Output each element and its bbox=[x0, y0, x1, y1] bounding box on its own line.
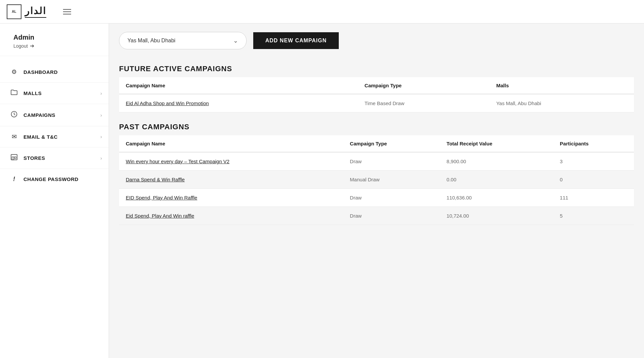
campaign-participants-cell: 0 bbox=[553, 171, 634, 189]
chevron-right-icon: › bbox=[100, 134, 102, 139]
campaign-receipt-cell: 8,900.00 bbox=[440, 152, 553, 171]
past-col-participants: Participants bbox=[553, 135, 634, 152]
table-row: Darna Spend & Win Raffle Manual Draw 0.0… bbox=[119, 171, 634, 189]
campaign-malls-cell: Yas Mall, Abu Dhabi bbox=[489, 94, 634, 113]
campaign-name-cell[interactable]: Eid Al Adha Shop and Win Promotion bbox=[119, 94, 358, 113]
future-col-type: Campaign Type bbox=[358, 77, 490, 94]
campaign-name-cell[interactable]: EID Spend, Play And Win Raffle bbox=[119, 189, 343, 207]
sidebar-item-stores[interactable]: STORES › bbox=[0, 149, 109, 167]
envelope-icon: ✉ bbox=[10, 133, 18, 140]
main-content: Yas Mall, Abu Dhabi ⌄ ADD NEW CAMPAIGN F… bbox=[109, 24, 644, 358]
chevron-right-icon: › bbox=[100, 91, 102, 96]
campaign-type-cell: Time Based Draw bbox=[358, 94, 490, 113]
store-icon bbox=[10, 154, 18, 162]
nav-divider bbox=[0, 82, 109, 83]
sidebar-item-change-password[interactable]: ! CHANGE PASSWORD bbox=[0, 170, 109, 188]
campaign-type-cell: Draw bbox=[343, 207, 440, 225]
hamburger-menu[interactable] bbox=[63, 9, 71, 14]
future-col-name: Campaign Name bbox=[119, 77, 358, 94]
campaign-receipt-cell: 10,724.00 bbox=[440, 207, 553, 225]
future-col-malls: Malls bbox=[489, 77, 634, 94]
table-row: Eid Al Adha Shop and Win Promotion Time … bbox=[119, 94, 634, 113]
campaign-name-cell[interactable]: Win every hour every day – Test Campaign… bbox=[119, 152, 343, 171]
campaign-type-cell: Manual Draw bbox=[343, 171, 440, 189]
table-row: Eid Spend, Play And Win raffle Draw 10,7… bbox=[119, 207, 634, 225]
mall-select-value: Yas Mall, Abu Dhabi bbox=[127, 38, 233, 44]
user-section: Admin Logout ➔ bbox=[0, 24, 109, 56]
nav-divider bbox=[0, 126, 109, 126]
add-new-campaign-button[interactable]: ADD NEW CAMPAIGN bbox=[253, 32, 339, 49]
gear-icon: ⚙ bbox=[10, 68, 18, 76]
table-row: EID Spend, Play And Win Raffle Draw 110,… bbox=[119, 189, 634, 207]
sidebar-label-malls: MALLS bbox=[23, 90, 95, 96]
main-layout: Admin Logout ➔ ⚙ DASHBOARD MALLS bbox=[0, 24, 644, 358]
exclamation-icon: ! bbox=[10, 176, 18, 183]
logout-label: Logout bbox=[13, 43, 28, 49]
toolbar: Yas Mall, Abu Dhabi ⌄ ADD NEW CAMPAIGN bbox=[109, 24, 644, 58]
sidebar: Admin Logout ➔ ⚙ DASHBOARD MALLS bbox=[0, 24, 109, 358]
campaign-participants-cell: 5 bbox=[553, 207, 634, 225]
chevron-right-icon: › bbox=[100, 155, 102, 161]
future-campaigns-title: FUTURE ACTIVE CAMPAIGNS bbox=[119, 64, 634, 73]
sidebar-label-change-password: CHANGE PASSWORD bbox=[23, 176, 102, 182]
logo-box-text: AL bbox=[12, 10, 16, 13]
sidebar-item-malls[interactable]: MALLS › bbox=[0, 84, 109, 102]
chevron-right-icon: › bbox=[100, 113, 102, 118]
logout-arrow-icon: ➔ bbox=[30, 43, 34, 49]
campaign-participants-cell: 3 bbox=[553, 152, 634, 171]
svg-rect-2 bbox=[12, 157, 14, 160]
campaign-receipt-cell: 110,636.00 bbox=[440, 189, 553, 207]
past-col-type: Campaign Type bbox=[343, 135, 440, 152]
sidebar-nav: ⚙ DASHBOARD MALLS › bbox=[0, 56, 109, 195]
nav-divider bbox=[0, 147, 109, 147]
chevron-down-icon: ⌄ bbox=[233, 37, 238, 44]
clock-icon bbox=[10, 111, 18, 119]
past-campaigns-table: Campaign Name Campaign Type Total Receip… bbox=[119, 135, 634, 225]
logout-link[interactable]: Logout ➔ bbox=[13, 43, 102, 49]
campaign-type-cell: Draw bbox=[343, 189, 440, 207]
logo-text: الدار bbox=[25, 5, 46, 18]
folder-icon bbox=[10, 89, 18, 97]
mall-select-dropdown[interactable]: Yas Mall, Abu Dhabi ⌄ bbox=[119, 32, 247, 49]
sidebar-label-dashboard: DASHBOARD bbox=[23, 69, 102, 75]
nav-divider bbox=[0, 104, 109, 104]
past-col-name: Campaign Name bbox=[119, 135, 343, 152]
sidebar-item-dashboard[interactable]: ⚙ DASHBOARD bbox=[0, 63, 109, 81]
sidebar-label-email-tc: EMAIL & T&C bbox=[23, 134, 95, 140]
top-header: AL الدار bbox=[0, 0, 644, 24]
user-name: Admin bbox=[13, 34, 102, 41]
campaign-participants-cell: 111 bbox=[553, 189, 634, 207]
campaign-receipt-cell: 0.00 bbox=[440, 171, 553, 189]
campaign-type-cell: Draw bbox=[343, 152, 440, 171]
sidebar-item-campaigns[interactable]: CAMPAIGNS › bbox=[0, 105, 109, 125]
tables-area: FUTURE ACTIVE CAMPAIGNS Campaign Name Ca… bbox=[109, 64, 644, 245]
sidebar-item-email-tc[interactable]: ✉ EMAIL & T&C › bbox=[0, 128, 109, 146]
svg-rect-3 bbox=[14, 157, 16, 159]
future-campaigns-table: Campaign Name Campaign Type Malls Eid Al… bbox=[119, 77, 634, 113]
logo-box: AL bbox=[7, 4, 21, 19]
past-col-receipt: Total Receipt Value bbox=[440, 135, 553, 152]
sidebar-label-stores: STORES bbox=[23, 155, 95, 161]
campaign-name-cell[interactable]: Darna Spend & Win Raffle bbox=[119, 171, 343, 189]
campaign-name-cell[interactable]: Eid Spend, Play And Win raffle bbox=[119, 207, 343, 225]
past-campaigns-title: PAST CAMPAIGNS bbox=[119, 123, 634, 131]
logo-area: AL الدار bbox=[7, 4, 46, 19]
nav-divider bbox=[0, 169, 109, 169]
table-row: Win every hour every day – Test Campaign… bbox=[119, 152, 634, 171]
sidebar-label-campaigns: CAMPAIGNS bbox=[23, 112, 95, 118]
